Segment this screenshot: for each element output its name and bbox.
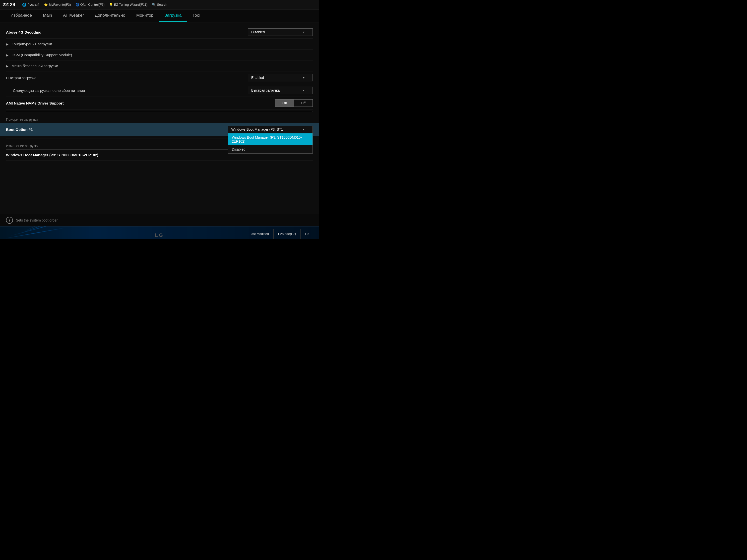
info-bar: i Sets the system boot order — [0, 214, 319, 226]
secure-boot-text: Меню безопасной загрузки — [11, 64, 58, 68]
last-modified-button[interactable]: Last Modified — [245, 229, 274, 239]
above4g-dropdown[interactable]: Disabled — [248, 28, 313, 36]
ami-nvme-row: AMI Native NVMe Driver Support On Off — [6, 97, 313, 109]
expand-icon: ▶ — [6, 42, 8, 46]
boot-config-label: ▶ Конфигурация загрузки — [6, 42, 52, 46]
flag-icon: 🌐 — [22, 3, 26, 7]
bottom-actions: Last Modified EzMode(F7) Ho — [245, 229, 314, 239]
boot-config-row[interactable]: ▶ Конфигурация загрузки — [6, 38, 313, 50]
myfavorite-button[interactable]: ⭐ MyFavorite(F3) — [44, 3, 71, 6]
boot-option1-dropdown[interactable]: Windows Boot Manager (P3: ST1 — [228, 126, 313, 133]
info-text: Sets the system boot order — [16, 218, 57, 222]
fast-boot-label: Быстрая загрузка — [6, 76, 36, 80]
boot-option-item-1[interactable]: Windows Boot Manager (P3: ST1000DM010-2E… — [228, 133, 312, 145]
eztuning-button[interactable]: 💡 EZ Tuning Wizard(F11) — [109, 3, 148, 6]
boot-option1-options: Windows Boot Manager (P3: ST1000DM010-2E… — [228, 133, 313, 154]
clock-display: 22:29 — [2, 2, 15, 7]
search-button[interactable]: 🔍 Search — [152, 3, 167, 6]
next-boot-dropdown[interactable]: Быстрая загрузка — [248, 87, 313, 94]
ami-nvme-label: AMI Native NVMe Driver Support — [6, 101, 64, 105]
above4g-value: Disabled — [251, 30, 265, 34]
ezmode-button[interactable]: EzMode(F7) — [274, 229, 301, 239]
top-bar: 22:29 🌐 Русский ⭐ MyFavorite(F3) 🌀 Qfan … — [0, 0, 319, 9]
boot-config-text: Конфигурация загрузки — [11, 42, 52, 46]
nav-menu: Избранное Main Ai Tweaker Дополнительно … — [0, 9, 319, 22]
expand-icon-secure: ▶ — [6, 64, 8, 68]
next-boot-label: Следующая загрузка после сбоя питания — [13, 88, 85, 92]
boot-priority-section: Приоритет загрузки — [6, 114, 313, 123]
boot-option1-value: Windows Boot Manager (P3: ST1 — [231, 128, 283, 131]
language-label: Русский — [27, 3, 39, 6]
main-content: Above 4G Decoding Disabled ▶ Конфигураци… — [0, 22, 319, 214]
fast-boot-value: Enabled — [251, 76, 264, 80]
nav-main[interactable]: Main — [37, 9, 57, 22]
boot-option1-label: Boot Option #1 — [6, 128, 33, 132]
boot-option-item-2[interactable]: Disabled — [228, 145, 312, 153]
csm-label: ▶ CSM (Compatibility Support Module) — [6, 53, 72, 57]
expand-icon-csm: ▶ — [6, 53, 8, 57]
boot-option1-container: Windows Boot Manager (P3: ST1 Windows Bo… — [228, 126, 313, 133]
ami-nvme-off-button[interactable]: Off — [294, 100, 312, 107]
myfavorite-icon: ⭐ — [44, 3, 48, 6]
bottom-bar: LG Last Modified EzMode(F7) Ho — [0, 226, 319, 239]
qfan-button[interactable]: 🌀 Qfan Control(F6) — [75, 3, 105, 6]
info-icon: i — [6, 217, 13, 224]
decorative-lines — [0, 226, 125, 239]
qfan-label: Qfan Control(F6) — [80, 3, 105, 6]
eztuning-icon: 💡 — [109, 3, 113, 6]
nav-zagruzka[interactable]: Загрузка — [159, 9, 187, 22]
secure-boot-label: ▶ Меню безопасной загрузки — [6, 64, 58, 68]
qfan-icon: 🌀 — [75, 3, 79, 6]
above4g-label: Above 4G Decoding — [6, 30, 42, 34]
secure-boot-row[interactable]: ▶ Меню безопасной загрузки — [6, 60, 313, 72]
nav-tool[interactable]: Tool — [187, 9, 206, 22]
hotkeys-button[interactable]: Ho — [300, 229, 314, 239]
ami-nvme-on-button[interactable]: On — [275, 100, 294, 107]
nav-monitor[interactable]: Монитор — [131, 9, 159, 22]
boot-device-label: Windows Boot Manager (P3: ST1000DM010-2E… — [6, 153, 98, 157]
eztuning-label: EZ Tuning Wizard(F11) — [114, 3, 148, 6]
ami-nvme-toggle[interactable]: On Off — [275, 99, 313, 107]
settings-panel: Above 4G Decoding Disabled ▶ Конфигураци… — [0, 22, 319, 214]
csm-row[interactable]: ▶ CSM (Compatibility Support Module) — [6, 50, 313, 60]
csm-text: CSM (Compatibility Support Module) — [11, 53, 72, 57]
language-selector[interactable]: 🌐 Русский — [22, 3, 39, 7]
next-boot-row: Следующая загрузка после сбоя питания Бы… — [6, 84, 313, 97]
fast-boot-dropdown[interactable]: Enabled — [248, 74, 313, 81]
nav-dopolnitelno[interactable]: Дополнительно — [89, 9, 131, 22]
lg-logo: LG — [155, 233, 164, 238]
nav-ai-tweaker[interactable]: Ai Tweaker — [57, 9, 89, 22]
search-label: Search — [157, 3, 167, 6]
myfavorite-label: MyFavorite(F3) — [49, 3, 71, 6]
above4g-row: Above 4G Decoding Disabled — [6, 26, 313, 38]
boot-option1-row: Boot Option #1 Windows Boot Manager (P3:… — [0, 123, 319, 136]
search-icon: 🔍 — [152, 3, 156, 6]
fast-boot-row: Быстрая загрузка Enabled — [6, 72, 313, 84]
nav-izbrannoye[interactable]: Избранное — [5, 9, 37, 22]
next-boot-value: Быстрая загрузка — [251, 88, 280, 92]
